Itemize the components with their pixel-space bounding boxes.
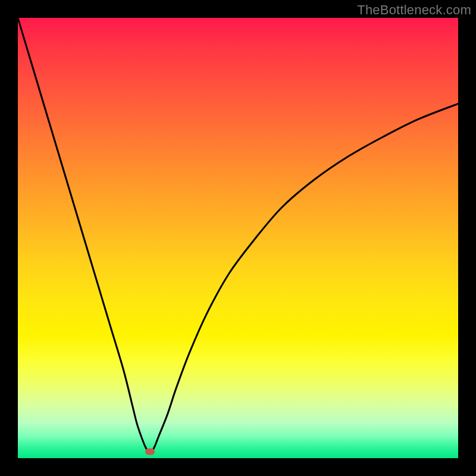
chart-frame: TheBottleneck.com — [0, 0, 476, 476]
bottleneck-curve — [18, 18, 458, 458]
optimum-marker — [145, 448, 155, 455]
plot-area — [18, 18, 458, 458]
watermark-text: TheBottleneck.com — [357, 2, 471, 18]
